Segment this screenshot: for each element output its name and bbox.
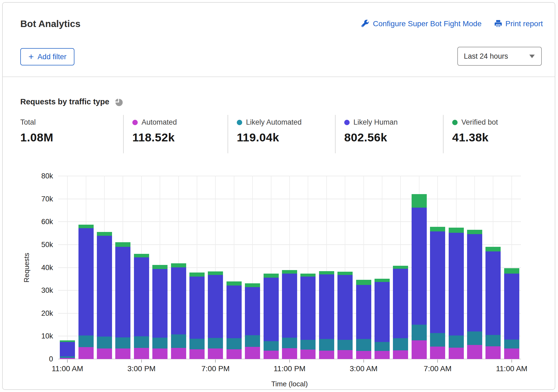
bar-segment-automated[interactable] — [245, 347, 260, 359]
bar-segment-likely-human[interactable] — [485, 251, 501, 335]
bar-segment-likely-automated[interactable] — [467, 331, 482, 345]
bar-segment-automated[interactable] — [208, 348, 223, 359]
bar-segment-likely-human[interactable] — [245, 287, 260, 335]
bar-segment-verified-bot[interactable] — [430, 227, 445, 231]
bar-segment-likely-automated[interactable] — [78, 335, 94, 347]
bar-segment-automated[interactable] — [60, 358, 75, 359]
bar-3-00-pm[interactable] — [134, 254, 149, 359]
bar-segment-automated[interactable] — [189, 349, 205, 359]
bar-segment-automated[interactable] — [300, 350, 316, 359]
bar-segment-likely-human[interactable] — [189, 277, 205, 339]
bar-segment-automated[interactable] — [467, 345, 482, 359]
bar-segment-likely-human[interactable] — [393, 269, 408, 338]
bar-3-00-am[interactable] — [356, 280, 371, 359]
bar-4-00-pm[interactable] — [152, 265, 168, 359]
bar-segment-likely-human[interactable] — [430, 231, 445, 333]
bar-8-00-am[interactable] — [449, 228, 464, 359]
bar-segment-verified-bot[interactable] — [337, 272, 353, 275]
bar-segment-likely-automated[interactable] — [208, 338, 223, 348]
bar-segment-likely-automated[interactable] — [115, 337, 130, 348]
print-report-link[interactable]: Print report — [494, 19, 543, 28]
bar-segment-verified-bot[interactable] — [264, 274, 279, 277]
bar-segment-likely-human[interactable] — [171, 267, 186, 334]
bar-segment-automated[interactable] — [356, 351, 371, 359]
bar-segment-verified-bot[interactable] — [115, 242, 130, 247]
bar-segment-likely-automated[interactable] — [375, 342, 390, 351]
bar-segment-likely-human[interactable] — [282, 274, 297, 338]
bar-segment-verified-bot[interactable] — [78, 225, 94, 228]
bar-segment-likely-human[interactable] — [97, 236, 112, 337]
bar-segment-verified-bot[interactable] — [300, 274, 316, 277]
bar-segment-likely-human[interactable] — [208, 275, 223, 338]
bar-segment-likely-human[interactable] — [319, 274, 334, 339]
bar-1-00-am[interactable] — [319, 271, 334, 359]
bar-segment-likely-automated[interactable] — [134, 336, 149, 348]
bar-4-00-am[interactable] — [375, 279, 390, 359]
bar-segment-likely-human[interactable] — [375, 282, 390, 342]
bar-segment-likely-automated[interactable] — [97, 337, 112, 348]
bar-2-00-pm[interactable] — [115, 242, 130, 359]
bar-segment-verified-bot[interactable] — [282, 270, 297, 274]
bar-segment-likely-automated[interactable] — [412, 325, 427, 340]
bar-5-00-pm[interactable] — [171, 263, 186, 359]
bar-segment-verified-bot[interactable] — [189, 273, 205, 276]
bar-segment-automated[interactable] — [115, 348, 130, 359]
bar-segment-automated[interactable] — [78, 347, 94, 359]
bar-segment-verified-bot[interactable] — [449, 228, 464, 233]
bar-9-00-am[interactable] — [467, 230, 482, 359]
add-filter-button[interactable]: + Add filter — [20, 48, 74, 65]
bar-7-00-am[interactable] — [430, 227, 445, 359]
bar-segment-verified-bot[interactable] — [227, 281, 242, 285]
bar-segment-likely-human[interactable] — [504, 274, 519, 340]
bar-5-00-am[interactable] — [393, 266, 408, 359]
bar-10-00-am[interactable] — [485, 247, 501, 359]
bar-segment-verified-bot[interactable] — [97, 232, 112, 236]
bar-segment-automated[interactable] — [227, 349, 242, 359]
bar-segment-likely-automated[interactable] — [393, 338, 408, 350]
bar-segment-likely-automated[interactable] — [171, 334, 186, 348]
bar-7-00-pm[interactable] — [208, 271, 223, 359]
bar-segment-automated[interactable] — [152, 348, 168, 359]
bar-segment-automated[interactable] — [319, 351, 334, 359]
bar-segment-likely-automated[interactable] — [300, 340, 316, 350]
bar-segment-likely-automated[interactable] — [319, 339, 334, 350]
bar-segment-verified-bot[interactable] — [245, 283, 260, 287]
bar-segment-likely-automated[interactable] — [337, 340, 353, 350]
bar-segment-likely-automated[interactable] — [189, 339, 205, 350]
bar-segment-likely-human[interactable] — [356, 285, 371, 339]
bar-segment-likely-human[interactable] — [152, 269, 168, 338]
bar-segment-likely-automated[interactable] — [264, 341, 279, 351]
bar-6-00-am[interactable] — [412, 194, 427, 359]
bar-segment-likely-human[interactable] — [412, 208, 427, 325]
bar-segment-likely-human[interactable] — [467, 234, 482, 332]
bar-11-00-pm[interactable] — [282, 270, 297, 359]
bar-segment-verified-bot[interactable] — [208, 271, 223, 275]
bar-segment-automated[interactable] — [430, 347, 445, 359]
bar-segment-likely-automated[interactable] — [227, 338, 242, 349]
bar-12-00-am[interactable] — [300, 274, 316, 359]
bar-segment-automated[interactable] — [485, 346, 501, 359]
bar-segment-likely-human[interactable] — [264, 278, 279, 341]
bar-8-00-pm[interactable] — [227, 281, 242, 359]
bar-segment-likely-human[interactable] — [60, 342, 75, 356]
bar-segment-likely-automated[interactable] — [485, 335, 501, 346]
bar-segment-likely-human[interactable] — [134, 257, 149, 336]
bar-segment-verified-bot[interactable] — [375, 279, 390, 282]
bar-segment-verified-bot[interactable] — [356, 280, 371, 285]
configure-super-bot-fight-mode-link[interactable]: Configure Super Bot Fight Mode — [362, 19, 482, 28]
bar-segment-likely-automated[interactable] — [152, 338, 168, 348]
bar-segment-verified-bot[interactable] — [485, 247, 501, 251]
bar-segment-automated[interactable] — [171, 348, 186, 359]
bar-segment-likely-automated[interactable] — [282, 338, 297, 348]
bar-segment-likely-human[interactable] — [78, 228, 94, 335]
bar-segment-automated[interactable] — [393, 350, 408, 359]
bar-12-00-pm[interactable] — [78, 225, 94, 359]
bar-1-00-pm[interactable] — [97, 232, 112, 359]
bar-segment-verified-bot[interactable] — [134, 254, 149, 258]
bar-segment-automated[interactable] — [412, 340, 427, 359]
bar-segment-likely-automated[interactable] — [356, 339, 371, 351]
bar-11-00-am[interactable] — [60, 340, 75, 359]
bar-segment-automated[interactable] — [337, 350, 353, 359]
bar-segment-verified-bot[interactable] — [467, 230, 482, 234]
bar-segment-automated[interactable] — [504, 348, 519, 359]
